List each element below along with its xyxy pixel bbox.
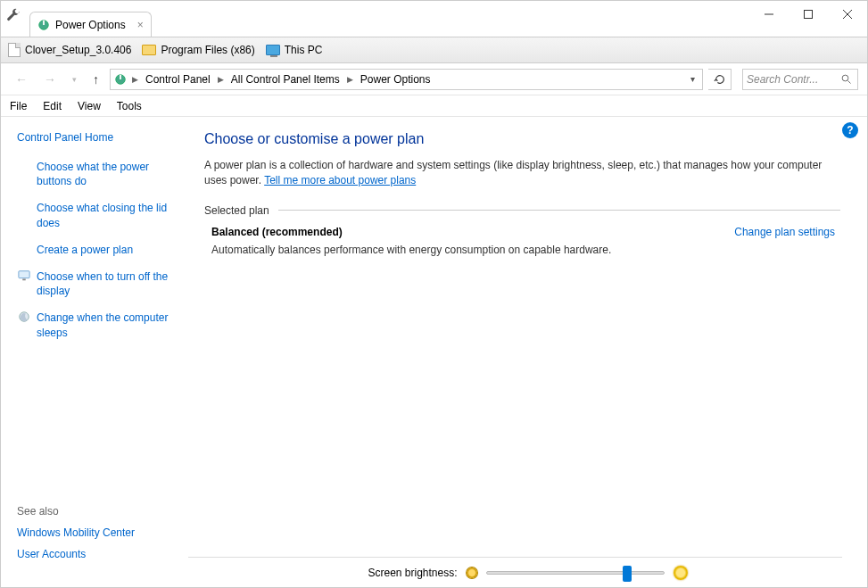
crumb-control-panel[interactable]: Control Panel xyxy=(142,73,214,86)
control-panel-home-link[interactable]: Control Panel Home xyxy=(17,131,179,144)
related-mobility-center[interactable]: Windows Mobility Center xyxy=(17,526,179,539)
monitor-icon xyxy=(17,269,31,298)
sidebar: Control Panel Home Choose what the power… xyxy=(1,117,188,587)
power-icon xyxy=(114,73,127,86)
wrench-icon[interactable] xyxy=(1,1,26,22)
task-label: Create a power plan xyxy=(37,243,133,257)
task-create-plan[interactable]: Create a power plan xyxy=(17,243,179,257)
menu-bar: File Edit View Tools xyxy=(1,95,867,117)
plan-description: Automatically balances performance with … xyxy=(204,244,840,256)
section-title: Selected plan xyxy=(204,204,269,217)
page-description: A power plan is a collection of hardware… xyxy=(204,158,840,188)
see-also-label: See also xyxy=(17,505,179,518)
task-label: Choose what closing the lid does xyxy=(37,201,179,229)
task-computer-sleeps[interactable]: Change when the computer sleeps xyxy=(17,311,179,339)
brightness-footer: Screen brightness: xyxy=(188,566,867,580)
menu-edit[interactable]: Edit xyxy=(43,100,62,112)
window-controls xyxy=(749,1,867,28)
svg-rect-1 xyxy=(43,20,45,24)
bookmark-clover[interactable]: Clover_Setup_3.0.406 xyxy=(8,43,131,57)
file-icon xyxy=(8,43,21,57)
section-header: Selected plan xyxy=(204,204,840,217)
svg-point-8 xyxy=(842,75,848,81)
learn-more-link[interactable]: Tell me more about power plans xyxy=(264,174,416,186)
bookmark-program-files[interactable]: Program Files (x86) xyxy=(142,44,254,56)
address-dropdown[interactable]: ▾ xyxy=(687,74,699,84)
blank-icon xyxy=(17,160,31,188)
selected-plan-section: Selected plan Balanced (recommended) Cha… xyxy=(204,204,840,256)
related-user-accounts[interactable]: User Accounts xyxy=(17,548,179,560)
menu-view[interactable]: View xyxy=(78,100,101,112)
see-also-section: See also Windows Mobility Center User Ac… xyxy=(17,505,179,578)
forward-button[interactable]: → xyxy=(38,69,62,90)
maximize-button[interactable] xyxy=(789,1,828,28)
minimize-button[interactable] xyxy=(749,1,789,28)
content-area: Control Panel Home Choose what the power… xyxy=(1,117,867,587)
search-input[interactable]: Search Contr... xyxy=(742,69,858,90)
svg-line-9 xyxy=(848,80,851,83)
chevron-right-icon[interactable]: ▶ xyxy=(130,75,140,84)
history-dropdown[interactable]: ▾ xyxy=(67,71,82,87)
close-button[interactable] xyxy=(828,1,867,28)
divider xyxy=(188,557,842,558)
folder-icon xyxy=(142,45,156,55)
chevron-right-icon[interactable]: ▶ xyxy=(216,75,226,84)
moon-icon xyxy=(17,311,31,339)
tab-strip: Power Options × xyxy=(29,1,152,37)
tab-power-options[interactable]: Power Options × xyxy=(29,12,152,37)
svg-rect-7 xyxy=(120,74,121,79)
menu-tools[interactable]: Tools xyxy=(117,100,142,112)
change-plan-settings-link[interactable]: Change plan settings xyxy=(734,226,835,238)
plan-name: Balanced (recommended) xyxy=(211,226,343,238)
svg-rect-3 xyxy=(805,11,813,19)
sun-dim-icon xyxy=(467,567,477,578)
bookmark-label: Program Files (x86) xyxy=(161,44,254,56)
blank-icon xyxy=(17,243,31,257)
address-bar: ← → ▾ ↑ ▶ Control Panel ▶ All Control Pa… xyxy=(1,63,867,95)
refresh-button[interactable] xyxy=(708,69,732,90)
back-button[interactable]: ← xyxy=(10,69,33,90)
crumb-all-items[interactable]: All Control Panel Items xyxy=(227,73,343,86)
bookmark-this-pc[interactable]: This PC xyxy=(266,44,323,56)
help-icon[interactable]: ? xyxy=(842,122,858,138)
tab-title: Power Options xyxy=(55,19,126,31)
slider-thumb[interactable] xyxy=(623,566,632,582)
menu-file[interactable]: File xyxy=(10,100,27,112)
title-bar: Power Options × xyxy=(1,1,867,37)
power-icon xyxy=(37,19,50,31)
task-turn-off-display[interactable]: Choose when to turn off the display xyxy=(17,269,179,298)
breadcrumb[interactable]: ▶ Control Panel ▶ All Control Panel Item… xyxy=(110,69,703,90)
task-label: Choose when to turn off the display xyxy=(37,269,179,298)
task-label: Change when the computer sleeps xyxy=(37,311,179,339)
task-label: Choose what the power buttons do xyxy=(37,160,179,188)
sun-bright-icon xyxy=(674,566,688,580)
page-heading: Choose or customise a power plan xyxy=(204,131,840,147)
svg-rect-11 xyxy=(22,278,26,280)
task-power-buttons[interactable]: Choose what the power buttons do xyxy=(17,160,179,188)
search-placeholder: Search Contr... xyxy=(747,73,818,86)
blank-icon xyxy=(17,201,31,229)
bookmark-label: Clover_Setup_3.0.406 xyxy=(25,44,131,56)
brightness-label: Screen brightness: xyxy=(368,567,457,579)
search-icon[interactable] xyxy=(841,74,852,85)
tab-close-icon[interactable]: × xyxy=(137,19,144,31)
pc-icon xyxy=(266,45,280,55)
plan-row: Balanced (recommended) Change plan setti… xyxy=(204,226,840,244)
up-button[interactable]: ↑ xyxy=(87,69,104,90)
task-closing-lid[interactable]: Choose what closing the lid does xyxy=(17,201,179,229)
svg-rect-10 xyxy=(19,271,29,278)
bookmarks-bar: Clover_Setup_3.0.406 Program Files (x86)… xyxy=(1,37,867,63)
main-panel: ? Choose or customise a power plan A pow… xyxy=(188,117,867,587)
crumb-power-options[interactable]: Power Options xyxy=(357,73,434,86)
bookmark-label: This PC xyxy=(285,44,323,56)
brightness-slider[interactable] xyxy=(486,571,665,575)
chevron-right-icon[interactable]: ▶ xyxy=(345,75,355,84)
divider xyxy=(278,210,840,211)
